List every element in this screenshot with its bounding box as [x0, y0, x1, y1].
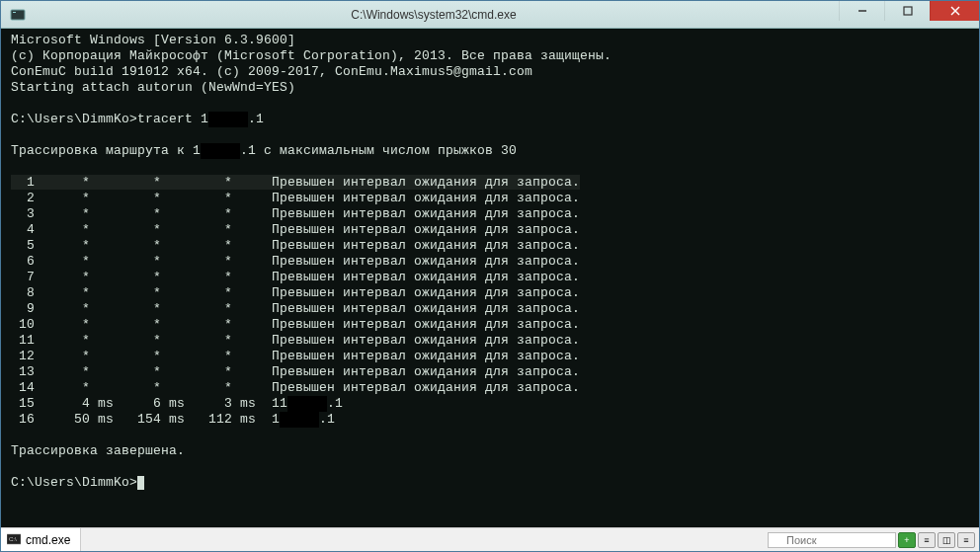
menu-button[interactable]: ≡	[957, 532, 975, 548]
tab-label: cmd.exe	[26, 533, 70, 547]
hop-row: 11 * * * Превышен интервал ожидания для …	[11, 333, 580, 348]
hop-row-ip: .1	[319, 412, 335, 427]
hop-row: 8 * * * Превышен интервал ожидания для з…	[11, 285, 580, 300]
hop-row: 4 * * * Превышен интервал ожидания для з…	[11, 222, 580, 237]
header-line: ConEmuC build 191012 x64. (c) 2009-2017,…	[11, 64, 532, 79]
hop-row: 2 * * * Превышен интервал ожидания для з…	[11, 191, 580, 205]
hop-row: 16 50 ms 154 ms 112 ms 1	[11, 412, 280, 427]
toolbar-right: 🔍 + ≡ ◫ ≡	[768, 528, 979, 551]
hop-row: 6 * * * Превышен интервал ожидания для з…	[11, 254, 580, 269]
terminal-output[interactable]: Microsoft Windows [Version 6.3.9600] (c)…	[1, 29, 979, 527]
hop-row: 5 * * * Превышен интервал ожидания для з…	[11, 238, 580, 253]
hop-row: 1 * * * Превышен интервал ожидания для з…	[11, 175, 580, 190]
prompt: C:\Users\DimmKo>	[11, 112, 137, 126]
trace-header: Трассировка маршрута к 1	[11, 143, 201, 158]
hop-row: 10 * * * Превышен интервал ожидания для …	[11, 317, 580, 332]
tab-bar: C:\ cmd.exe 🔍 + ≡ ◫ ≡	[1, 527, 979, 551]
minimize-button[interactable]	[839, 1, 884, 21]
hop-row: 12 * * * Превышен интервал ожидания для …	[11, 349, 580, 363]
command-text: tracert 1	[137, 112, 208, 126]
window-title: C:\Windows\system32\cmd.exe	[29, 8, 839, 22]
redacted-ip: xxxxx	[208, 112, 248, 127]
header-line: Starting attach autorun (NewWnd=YES)	[11, 80, 295, 95]
hop-row: 15 4 ms 6 ms 3 ms 11	[11, 396, 287, 411]
search-input[interactable]	[768, 532, 896, 548]
text-cursor	[137, 476, 144, 490]
search-box[interactable]: 🔍	[768, 532, 896, 548]
redacted-ip: xxxxx	[201, 143, 240, 159]
hop-row-ip: .1	[327, 396, 343, 411]
window-controls	[839, 1, 979, 28]
new-console-button[interactable]: +	[898, 532, 916, 548]
console-icon: C:\	[7, 533, 21, 547]
redacted-ip: xxxxx	[280, 412, 319, 428]
hop-row: 7 * * * Превышен интервал ожидания для з…	[11, 270, 580, 284]
trace-header: .1 с максимальным числом прыжков 30	[240, 143, 517, 158]
hop-row: 9 * * * Превышен интервал ожидания для з…	[11, 301, 580, 316]
prompt: C:\Users\DimmKo>	[11, 475, 137, 490]
split-button[interactable]: ◫	[938, 532, 955, 548]
hop-row: 3 * * * Превышен интервал ожидания для з…	[11, 206, 580, 221]
svg-rect-1	[13, 12, 16, 13]
conemu-window: C:\Windows\system32\cmd.exe Microsoft Wi…	[0, 0, 980, 552]
close-button[interactable]	[930, 1, 979, 21]
header-line: (c) Корпорация Майкрософт (Microsoft Cor…	[11, 48, 612, 63]
tabbar-spacer	[81, 528, 768, 551]
svg-rect-0	[11, 10, 25, 20]
hop-row: 14 * * * Превышен интервал ожидания для …	[11, 380, 580, 395]
svg-rect-3	[904, 7, 912, 15]
app-icon	[7, 4, 29, 26]
header-line: Microsoft Windows [Version 6.3.9600]	[11, 33, 295, 47]
alternative-button[interactable]: ≡	[918, 532, 936, 548]
command-text: .1	[248, 112, 264, 126]
maximize-button[interactable]	[884, 1, 930, 21]
hop-row: 13 * * * Превышен интервал ожидания для …	[11, 364, 580, 379]
titlebar[interactable]: C:\Windows\system32\cmd.exe	[1, 1, 979, 29]
redacted-ip: xxxxx	[287, 396, 327, 412]
tab-cmd[interactable]: C:\ cmd.exe	[1, 528, 81, 551]
svg-text:C:\: C:\	[9, 536, 17, 542]
trace-footer: Трассировка завершена.	[11, 443, 185, 458]
